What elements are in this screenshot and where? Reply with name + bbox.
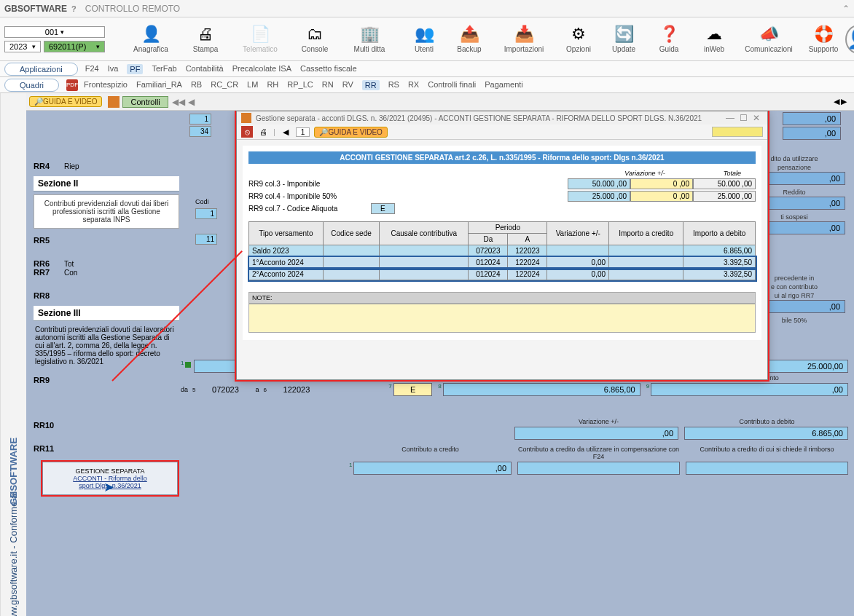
tab-rh[interactable]: RH <box>267 80 278 90</box>
page-prev[interactable]: ◀ <box>834 97 839 106</box>
applicazioni-button[interactable]: Applicazioni <box>4 63 78 76</box>
popup-max[interactable]: ☐ <box>737 113 750 123</box>
popup-yellow-field[interactable] <box>712 127 763 137</box>
tab-rb[interactable]: RB <box>191 80 202 90</box>
rr9-a[interactable]: 122023 <box>271 384 322 395</box>
doc-icon[interactable] <box>108 96 120 108</box>
popup-row2-lbl: RR9 col.4 - Imponibile 50% <box>248 192 365 200</box>
popup-print-icon[interactable]: 🖨 <box>257 126 269 138</box>
sezione2-desc: Contributi previdenziali dovuti dai libe… <box>34 194 179 229</box>
stampa-button[interactable]: 🖨Stampa <box>184 23 227 55</box>
popup-page-num: 1 <box>296 127 310 137</box>
rr9-acconto[interactable]: ,00 <box>651 383 848 396</box>
year-select[interactable]: 2023▾ <box>4 41 41 52</box>
ditta-select[interactable]: 001▾ <box>4 26 105 38</box>
importazioni-button[interactable]: 📥Importazioni <box>493 23 555 55</box>
pdf-icon[interactable]: PDF <box>66 79 78 91</box>
controlli-tab[interactable]: Controlli <box>122 96 168 108</box>
backup-icon: 📤 <box>460 25 479 44</box>
rr6-label: RR6 <box>34 259 60 268</box>
utenti-icon: 👥 <box>415 25 434 44</box>
popup-grid: Tipo versamento Codice sede Causale cont… <box>248 221 756 280</box>
tab-rp-lc[interactable]: RP_LC <box>287 80 313 90</box>
popup-row1-var[interactable]: 0 ,00 <box>630 178 693 189</box>
acconti-popup: Gestione separata - acconti DLGS. n. 36/… <box>236 111 768 380</box>
telematico-button[interactable]: 📄Telematico <box>229 23 291 55</box>
popup-ali-val: E <box>371 203 395 214</box>
tab-rr[interactable]: RR <box>362 80 380 90</box>
popup-guida-button[interactable]: 🔎GUIDA E VIDEO <box>314 127 387 138</box>
rr10-label: RR10 <box>34 421 60 430</box>
popup-row2-base: 25.000 ,00 <box>568 191 630 202</box>
sezione2-title: Sezione II <box>34 176 179 191</box>
tab-pf[interactable]: PF <box>127 64 143 74</box>
val-top-b: 34 <box>189 126 211 137</box>
popup-prev-icon[interactable]: ◀ <box>280 126 291 138</box>
tab-rn[interactable]: RN <box>322 80 334 90</box>
avatar[interactable]: 👤 <box>845 25 854 54</box>
collapse-icon[interactable]: ⌃ <box>842 4 850 14</box>
tab-familiari-ra[interactable]: Familiari_RA <box>136 80 182 90</box>
rr5-input1[interactable]: 1 <box>195 208 217 219</box>
guida-video-button[interactable]: 🔎GUIDA E VIDEO <box>29 96 102 107</box>
rr9-dovuto[interactable]: 6.865,00 <box>443 383 640 396</box>
supporto-button[interactable]: 🛟Supporto <box>802 23 845 55</box>
tab-iva[interactable]: Iva <box>108 64 119 74</box>
rr11-f24[interactable] <box>517 462 680 475</box>
popup-note-label: NOTE: <box>248 292 756 304</box>
nav-first[interactable]: ◀◀ <box>171 97 186 107</box>
rr9-da[interactable]: 072023 <box>200 384 251 395</box>
grid-row[interactable]: Saldo 20230720231220236.865,00 <box>249 245 756 257</box>
help-icon[interactable]: ? <box>71 4 77 13</box>
grid-row[interactable]: 2°Acconto 20240120241220240,003.392,50 <box>249 269 756 280</box>
tab-lm[interactable]: LM <box>247 80 258 90</box>
popup-doc-icon <box>241 113 251 123</box>
tab-controlli-finali[interactable]: Controlli finali <box>428 80 476 90</box>
inweb-button[interactable]: ☁inWeb <box>692 23 736 55</box>
guida-button[interactable]: ❓Guida <box>647 23 691 55</box>
rr10-debito[interactable]: 6.865,00 <box>684 427 848 440</box>
tab-rx[interactable]: RX <box>408 80 419 90</box>
console-button[interactable]: 🗂Console <box>293 23 337 55</box>
popup-row2-var[interactable]: 0 ,00 <box>630 191 693 202</box>
sezione3-title: Sezione III <box>34 306 179 321</box>
page-next[interactable]: ▶ <box>841 97 847 106</box>
remote-link[interactable]: CONTROLLO REMOTO <box>85 4 180 14</box>
tab-contabilit-[interactable]: Contabilità <box>186 64 224 74</box>
backup-button[interactable]: 📤Backup <box>447 23 491 55</box>
quadri-button[interactable]: Quadri <box>4 79 59 92</box>
tab-pagamenti[interactable]: Pagamenti <box>485 80 523 90</box>
multiditta-button[interactable]: 🏢Multi ditta <box>338 23 401 55</box>
tab-f24[interactable]: F24 <box>85 64 99 74</box>
update-button[interactable]: 🔄Update <box>602 23 646 55</box>
popup-note-textarea[interactable] <box>248 304 756 333</box>
tab-terfab[interactable]: TerFab <box>152 64 176 74</box>
sezione3-desc: Contributi previdenziali dovuti dai lavo… <box>34 323 179 368</box>
nav-prev[interactable]: ◀ <box>187 97 195 107</box>
tab-precalcolate-isa[interactable]: Precalcolate ISA <box>232 64 291 74</box>
telematico-icon: 📄 <box>251 25 270 44</box>
code-select[interactable]: 692011(P)▾ <box>44 41 105 52</box>
tab-frontespizio[interactable]: Frontespizio <box>84 80 128 90</box>
popup-row1-base: 50.000 ,00 <box>568 178 630 189</box>
popup-min[interactable]: — <box>724 113 737 123</box>
rr11-label: RR11 <box>34 444 60 453</box>
tab-rc-cr[interactable]: RC_CR <box>211 80 238 90</box>
rr10-var[interactable]: ,00 <box>514 427 678 440</box>
rr11-rimb[interactable] <box>686 462 848 475</box>
popup-close[interactable]: ✕ <box>750 113 763 123</box>
utenti-button[interactable]: 👥Utenti <box>402 23 446 55</box>
anagrafica-button[interactable]: 👤Anagrafica <box>120 23 182 55</box>
popup-stop-icon[interactable]: ⦸ <box>241 126 253 138</box>
grid-row[interactable]: 1°Acconto 20240120241220240,003.392,50 <box>249 257 756 269</box>
comunicazioni-button[interactable]: 📣Comunicazioni <box>737 23 800 55</box>
tab-cassetto-fiscale[interactable]: Cassetto fiscale <box>300 64 357 74</box>
popup-header-band: ACCONTI GESTIONE SEPARATA art.2 c.26, L.… <box>248 151 756 164</box>
rr9-aliquota[interactable]: E <box>393 383 433 396</box>
tab-rs[interactable]: RS <box>388 80 399 90</box>
tab-rv[interactable]: RV <box>342 80 353 90</box>
rr5-input2[interactable]: 11 <box>195 234 217 245</box>
popup-row1-lbl: RR9 col.3 - Imponibile <box>248 180 365 188</box>
opzioni-button[interactable]: ⚙Opzioni <box>557 23 600 55</box>
rr11-credito[interactable]: ,00 <box>353 462 512 475</box>
